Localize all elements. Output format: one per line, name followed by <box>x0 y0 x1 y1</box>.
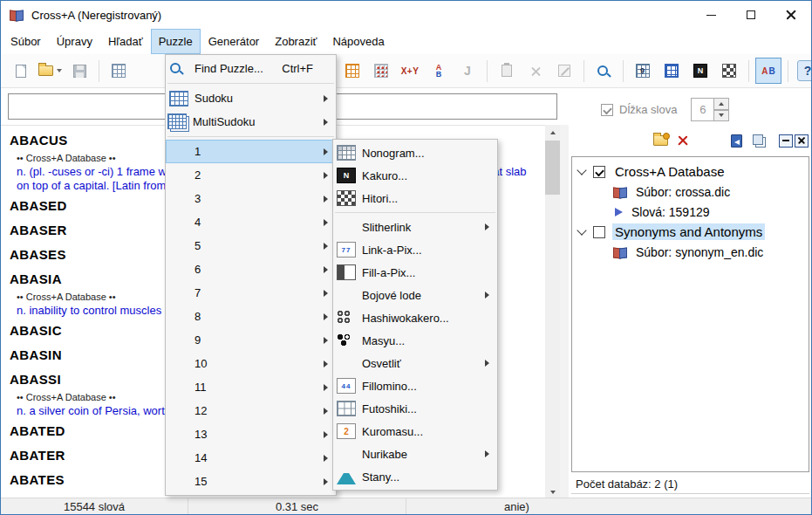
maximize-button[interactable] <box>731 1 771 29</box>
menu-item-slitherlink[interactable]: Slitherlink <box>333 216 497 238</box>
panel-splitter[interactable] <box>560 125 569 499</box>
menu-item-12[interactable]: 12 <box>166 399 336 422</box>
vertical-scrollbar[interactable] <box>545 125 560 499</box>
menu-item-label: 15 <box>194 475 207 488</box>
delete-database-button[interactable] <box>672 129 694 152</box>
menubar-item-zobrazit[interactable]: Zobraziť <box>267 29 324 54</box>
menu-item-1[interactable]: 1 <box>166 140 336 163</box>
menu-item-stany[interactable]: Stany... <box>333 465 497 488</box>
menu-item-bojove-lode[interactable]: Bojové lode <box>333 284 497 306</box>
grid-numbers-button[interactable] <box>368 58 394 84</box>
spinner-down-button[interactable] <box>714 110 729 122</box>
menu-item-nurikabe[interactable]: Nurikabe <box>333 443 497 465</box>
checkbox-unchecked-icon[interactable] <box>593 226 605 238</box>
menu-item-masyu[interactable]: Masyu... <box>333 329 497 352</box>
menu-item-fillomino[interactable]: Fillomino... <box>333 374 497 397</box>
up-arrow-icon <box>550 131 556 134</box>
menu-item-find-puzzle[interactable]: Find Puzzle...Ctrl+F <box>166 57 336 80</box>
menu-item-10[interactable]: 10 <box>166 352 336 375</box>
menu-item-7[interactable]: 7 <box>166 281 336 305</box>
submenu-arrow-icon <box>324 455 328 462</box>
blue-grid-icon <box>665 64 679 78</box>
edit-button[interactable] <box>551 58 577 84</box>
scroll-up-button[interactable] <box>545 125 560 140</box>
menubar-item-hladat[interactable]: Hľadať <box>100 29 151 54</box>
tree-row-cross-a-database[interactable]: Cross+A Database <box>572 161 809 182</box>
menu-item-nonogram[interactable]: Nonogram... <box>333 141 497 164</box>
menu-item-6[interactable]: 6 <box>166 258 336 281</box>
sort-words-button[interactable]: A B <box>426 58 452 84</box>
menu-bar: Súbor Úpravy Hľadať Puzzle Generátor Zob… <box>1 29 811 54</box>
menu-item-kuromasu[interactable]: Kuromasu... <box>333 420 497 443</box>
close-button[interactable] <box>771 1 811 29</box>
menu-separator <box>335 212 495 213</box>
hitori-tool-button[interactable] <box>716 58 742 84</box>
tree-row-subor-synonym-en-dic[interactable]: Súbor: synonym_en.dic <box>572 242 809 262</box>
minimize-button[interactable] <box>691 1 731 29</box>
sudoku-tool-button[interactable] <box>630 58 656 84</box>
menu-item-osvetlit[interactable]: Osvetliť <box>333 352 497 374</box>
hook-button[interactable] <box>454 58 481 84</box>
copy-database-button[interactable] <box>747 129 770 152</box>
menu-item-hashiwokakero[interactable]: Hashiwokakero... <box>333 306 497 329</box>
menubar-item-puzzle[interactable]: Puzzle <box>151 29 201 54</box>
paste-button[interactable] <box>494 58 520 84</box>
menu-item-sudoku[interactable]: Sudoku <box>166 86 336 110</box>
menubar-item-napoveda[interactable]: Nápoveda <box>324 29 392 54</box>
grid-tool-button[interactable] <box>658 58 685 84</box>
menu-item-9[interactable]: 9 <box>166 328 336 352</box>
puzzle-grid-button[interactable] <box>339 58 365 84</box>
menubar-item-generator[interactable]: Generátor <box>201 29 268 54</box>
translate-button[interactable]: A B <box>755 58 781 84</box>
menu-item-13[interactable]: 13 <box>166 422 336 446</box>
help-button[interactable]: ? <box>795 58 812 84</box>
menu-item-4[interactable]: 4 <box>166 210 336 234</box>
open-file-button[interactable] <box>37 58 64 84</box>
checkbox-checked-icon[interactable] <box>593 166 605 178</box>
menubar-item-upravy[interactable]: Úpravy <box>49 29 100 54</box>
tree-row-synonyms-and-antonyms[interactable]: Synonyms and Antonyms <box>572 222 809 242</box>
add-database-button[interactable] <box>649 129 672 152</box>
menu-item-futoshiki[interactable]: Futoshiki... <box>333 397 497 420</box>
menu-item-multisudoku[interactable]: MultiSudoku <box>166 110 336 134</box>
window-controls <box>691 1 811 29</box>
tree-row-slova-159129[interactable]: Slová: 159129 <box>572 202 809 222</box>
menu-item-label: 4 <box>194 216 201 229</box>
new-file-button[interactable] <box>8 58 34 84</box>
save-button[interactable] <box>66 58 92 84</box>
export-button[interactable] <box>106 58 132 84</box>
menu-item-hitori[interactable]: Hitori... <box>333 187 497 209</box>
spinner-up-button[interactable] <box>714 98 729 110</box>
submenu-arrow-icon <box>324 95 328 102</box>
delete-button[interactable] <box>522 58 549 84</box>
menu-item-link-a-pix[interactable]: Link-a-Pix... <box>333 238 497 261</box>
menu-item-2[interactable]: 2 <box>166 163 336 187</box>
menu-item-8[interactable]: 8 <box>166 305 336 328</box>
panel-minimize-button[interactable] <box>779 134 793 148</box>
chevron-down-icon[interactable] <box>577 165 586 175</box>
toolbar-separator <box>748 60 749 82</box>
menubar-item-subor[interactable]: Súbor <box>3 29 49 54</box>
menu-item-fill-a-pix[interactable]: Fill-a-Pix... <box>333 261 497 284</box>
find-button[interactable] <box>590 58 617 84</box>
scrollbar-thumb[interactable] <box>545 141 560 195</box>
menu-icon-spacer <box>337 287 356 303</box>
kakuro-tool-button[interactable] <box>687 58 713 84</box>
import-database-button[interactable] <box>725 129 747 152</box>
app-window: Cross+A (Neregistrovaný) Súbor Úpravy Hľ… <box>0 0 812 515</box>
menu-icon-spacer <box>169 168 188 183</box>
chevron-down-icon[interactable] <box>577 225 586 235</box>
word-length-value[interactable]: 6 <box>691 98 714 121</box>
menu-item-11[interactable]: 11 <box>166 375 336 399</box>
panel-close-button[interactable] <box>795 134 809 148</box>
tree-row-subor-crossa-dic[interactable]: Súbor: crossa.dic <box>572 182 809 202</box>
menu-item-3[interactable]: 3 <box>166 187 336 210</box>
menu-item-15[interactable]: 15 <box>166 470 336 493</box>
word-length-checkbox[interactable] <box>601 104 613 116</box>
menu-item-5[interactable]: 5 <box>166 234 336 258</box>
xy-search-button[interactable]: X+Y <box>397 58 423 84</box>
menu-item-kakuro[interactable]: Kakuro... <box>333 164 497 187</box>
word-length-spinner: 6 <box>691 98 729 121</box>
menu-item-label: 10 <box>194 357 207 370</box>
menu-item-14[interactable]: 14 <box>166 446 336 470</box>
